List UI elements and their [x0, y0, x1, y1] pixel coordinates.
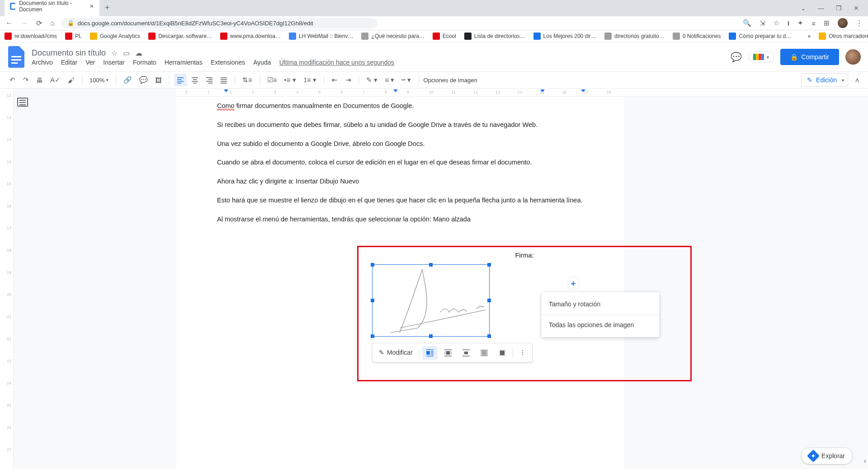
move-icon[interactable]: ▭	[123, 49, 130, 57]
menu-item[interactable]: Insertar	[103, 59, 124, 66]
selected-drawing[interactable]	[372, 264, 490, 337]
ext-i-icon[interactable]: I	[788, 19, 789, 27]
editing-mode-button[interactable]: ✎ Edición	[801, 73, 848, 87]
zoom-icon[interactable]: 🔍	[743, 19, 751, 27]
align-justify-button[interactable]	[217, 74, 230, 86]
align-left-button[interactable]	[174, 74, 187, 86]
forward-button[interactable]: →	[21, 19, 28, 27]
zoom-select[interactable]: 100%▾	[87, 77, 111, 84]
print-button[interactable]: 🖶	[33, 74, 46, 86]
share-button[interactable]: 🔒 Compartir	[780, 49, 839, 65]
redo-button[interactable]: ↷	[20, 74, 32, 86]
window-close-button[interactable]: ✕	[854, 5, 859, 12]
front-text-button[interactable]	[495, 346, 510, 360]
extensions-icon[interactable]: ✦	[797, 19, 803, 27]
paragraph[interactable]: Una vez subido el documento a Google Dri…	[217, 139, 583, 149]
menu-item[interactable]: Archivo	[32, 59, 53, 66]
bulleted-list-button[interactable]: •≡ ▾	[282, 74, 299, 86]
paragraph[interactable]: Al mostrarse el menú de herramientas, te…	[217, 215, 583, 225]
address-bar[interactable]: 🔒 docs.google.com/document/d/1ExqiB5nE8d…	[61, 18, 377, 28]
border-dash-button[interactable]: ┅ ▾	[399, 74, 414, 86]
tab-close-icon[interactable]: ✕	[90, 3, 94, 9]
bookmarks-overflow[interactable]: »	[807, 33, 811, 39]
wrap-text-button[interactable]	[440, 346, 456, 360]
numbered-list-button[interactable]: 1≡ ▾	[301, 74, 319, 86]
border-weight-button[interactable]: ≡ ▾	[382, 74, 397, 86]
bookmark-item[interactable]: Los Mejores 200 dir…	[533, 33, 596, 40]
side-panel-toggle[interactable]: ‹	[864, 457, 866, 464]
account-avatar[interactable]	[845, 49, 861, 65]
bookmark-item[interactable]: directorios gratuito…	[604, 33, 665, 40]
profile-avatar[interactable]	[838, 18, 848, 28]
menu-item[interactable]: Editar	[61, 59, 78, 66]
menu-item[interactable]: Extensiones	[211, 59, 245, 66]
explore-button[interactable]: ✦ Explorar	[801, 447, 853, 464]
bookmark-item[interactable]: www.pma.downloa…	[220, 33, 281, 40]
size-rotation-menu-item[interactable]: Tamaño y rotación	[542, 294, 659, 314]
meet-button[interactable]: ▾	[748, 52, 774, 62]
outdent-button[interactable]: ⇤	[329, 74, 340, 86]
paragraph[interactable]: Cuando se abra el documento, coloca el c…	[217, 158, 583, 168]
paragraph[interactable]: Ahora haz clic y dirigirte a: Insertar D…	[217, 177, 583, 187]
outline-toggle-icon[interactable]	[17, 98, 28, 107]
star-icon[interactable]: ☆	[774, 19, 779, 27]
all-image-options-menu-item[interactable]: Todas las opciones de imagen	[542, 315, 659, 335]
bookmark-item[interactable]: re:download//cms	[5, 33, 57, 40]
align-right-button[interactable]	[203, 74, 216, 86]
image-more-button[interactable]: ⋮	[516, 345, 529, 360]
comments-icon[interactable]: 💬	[731, 52, 742, 62]
add-comment-icon[interactable]: ＋	[566, 277, 580, 290]
reload-button[interactable]: ⟳	[36, 19, 42, 28]
insert-image-button[interactable]: 🖼	[152, 74, 165, 86]
kebab-menu-icon[interactable]: ⋮	[856, 19, 863, 27]
bookmark-item[interactable]: PL	[65, 33, 82, 40]
minimize-button[interactable]: —	[818, 5, 824, 12]
bookmark-item[interactable]: Lista de directorios…	[464, 33, 525, 40]
break-text-button[interactable]	[458, 346, 474, 360]
undo-button[interactable]: ↶	[6, 74, 18, 86]
wrap-inline-button[interactable]	[422, 346, 438, 360]
bookmark-item[interactable]: ¿Qué necesito para…	[361, 33, 424, 40]
menu-item[interactable]: Ayuda	[253, 59, 271, 66]
star-icon[interactable]: ☆	[111, 49, 118, 57]
indent-button[interactable]: ⇥	[342, 74, 354, 86]
bookmark-item[interactable]: LH WebMail :: Bienv…	[289, 33, 354, 40]
browser-tab[interactable]: Documento sin título - Documen ✕	[5, 0, 99, 16]
cloud-icon[interactable]: ☁	[135, 49, 142, 57]
bookmark-item[interactable]: Cómo preparar tu d…	[729, 33, 791, 40]
menu-item[interactable]: Herramientas	[165, 59, 203, 66]
send-tab-icon[interactable]: ⇲	[760, 19, 765, 27]
collapse-toolbar-button[interactable]: ʌ	[853, 76, 862, 84]
align-center-button[interactable]	[189, 74, 201, 86]
last-modified[interactable]: Última modificación hace unos segundos	[279, 59, 394, 66]
behind-text-button[interactable]	[476, 346, 492, 360]
document-page[interactable]: Como firmar documentos manualmente en Do…	[176, 97, 624, 469]
maximize-button[interactable]: ❐	[836, 5, 842, 12]
paragraph[interactable]: Si recibes un documento que debes firmar…	[217, 120, 583, 130]
paragraph[interactable]: Como firmar documentos manualmente en Do…	[217, 101, 583, 111]
docs-logo[interactable]	[7, 48, 25, 66]
reading-list-icon[interactable]: ≡	[811, 19, 816, 27]
chevron-down-icon[interactable]: ⌄	[801, 5, 806, 12]
other-bookmarks[interactable]: Otros marcadores	[819, 33, 868, 40]
bookmark-item[interactable]: Ecool	[433, 33, 456, 40]
modify-button[interactable]: ✎ Modificar	[375, 345, 416, 360]
bookmark-item[interactable]: Descargar, software…	[148, 33, 212, 40]
menu-item[interactable]: Ver	[85, 59, 95, 66]
bookmark-item[interactable]: Google Analytics	[90, 33, 140, 40]
back-button[interactable]: ←	[5, 19, 13, 27]
paint-format-button[interactable]: 🖌	[65, 74, 77, 86]
border-color-button[interactable]: ✎ ▾	[363, 74, 380, 86]
document-title[interactable]: Documento sin título	[32, 48, 106, 58]
image-options-link[interactable]: Opciones de imagen	[424, 77, 477, 84]
spellcheck-button[interactable]: A✓	[47, 74, 63, 86]
home-button[interactable]: ⌂	[50, 19, 55, 27]
line-spacing-button[interactable]: ⇅≡	[240, 74, 255, 86]
bookmark-item[interactable]: 0 Notificaciones	[673, 33, 721, 40]
link-button[interactable]: 🔗	[121, 74, 135, 86]
apps-icon[interactable]: ⊞	[824, 19, 830, 27]
paragraph[interactable]: Esto hará que se muestre el lienzo de di…	[217, 196, 583, 206]
comment-button[interactable]: 💬	[137, 74, 151, 86]
menu-item[interactable]: Formato	[133, 59, 156, 66]
new-tab-button[interactable]: +	[99, 0, 115, 16]
